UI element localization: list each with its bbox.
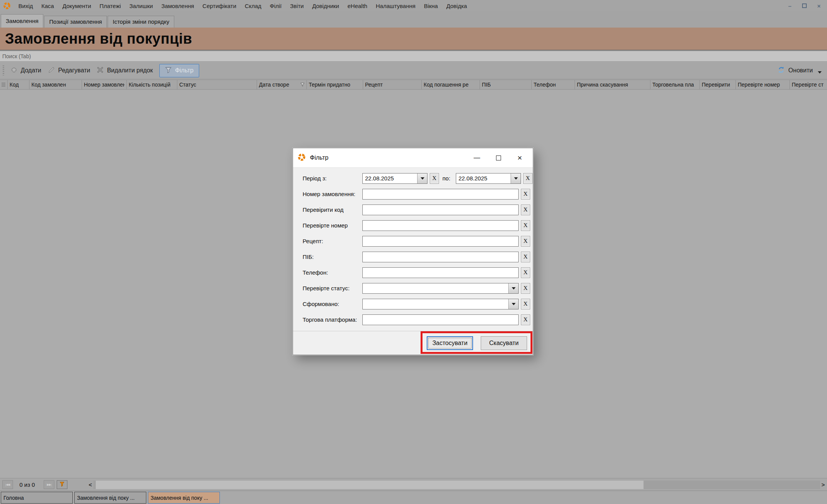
- clear-field-button[interactable]: X: [521, 314, 530, 325]
- dialog-minimize-button[interactable]: —: [466, 148, 488, 167]
- clear-field-button[interactable]: X: [430, 173, 439, 184]
- menu-item[interactable]: Каса: [37, 3, 58, 9]
- field-combo-input[interactable]: [362, 299, 519, 309]
- menu-item[interactable]: Залишки: [125, 3, 157, 9]
- clear-field-button[interactable]: X: [521, 220, 530, 231]
- taskbar-tab[interactable]: Головна: [1, 492, 73, 504]
- column-header[interactable]: Причина скасування: [575, 80, 650, 89]
- column-header[interactable]: Торговельна пла: [650, 80, 700, 89]
- field-input[interactable]: [362, 205, 519, 215]
- column-header[interactable]: Термін придатно: [307, 80, 363, 89]
- field-input[interactable]: [362, 220, 519, 231]
- menu-item[interactable]: Звіти: [286, 3, 308, 9]
- menu-item[interactable]: Довідники: [308, 3, 343, 9]
- dialog-close-button[interactable]: ×: [509, 148, 531, 167]
- add-button[interactable]: Додати: [7, 64, 45, 77]
- clear-field-button[interactable]: X: [521, 299, 530, 309]
- field-input[interactable]: [362, 314, 519, 325]
- menu-item[interactable]: Налаштування: [372, 3, 420, 9]
- first-record-button[interactable]: |◀◀: [2, 480, 13, 489]
- column-header[interactable]: Код: [8, 80, 29, 89]
- horizontal-scrollbar: < >: [87, 480, 826, 489]
- clear-field-button[interactable]: X: [521, 205, 530, 215]
- menu-item[interactable]: Платежі: [95, 3, 125, 9]
- column-header[interactable]: ПІБ: [480, 80, 532, 89]
- column-header[interactable]: Перевірте ст: [790, 80, 827, 89]
- column-header-label: Перевірити: [702, 82, 730, 88]
- column-header[interactable]: Рецепт: [363, 80, 422, 89]
- clear-field-button[interactable]: X: [521, 236, 530, 247]
- menu-item[interactable]: Довідка: [442, 3, 471, 9]
- record-navigator: |◀◀ 0 из 0 ▶▶| < >: [0, 478, 827, 491]
- cross-icon: [97, 67, 103, 75]
- column-filter-funnel-icon[interactable]: [300, 82, 305, 88]
- chevron-down-icon: [512, 303, 516, 305]
- field-input[interactable]: [362, 189, 519, 200]
- dropdown-arrow-button[interactable]: [508, 283, 518, 293]
- column-header-label: Телефон: [534, 82, 556, 88]
- edit-button[interactable]: Редагувати: [45, 64, 94, 77]
- taskbar-tab[interactable]: Замовлення від поку ...: [148, 492, 220, 504]
- menu-item[interactable]: Документи: [58, 3, 95, 9]
- column-header[interactable]: Статус: [177, 80, 257, 89]
- scroll-right-arrow[interactable]: >: [820, 481, 826, 488]
- clear-field-button[interactable]: X: [521, 189, 530, 200]
- dialog-title: Фільтр: [310, 154, 328, 161]
- last-record-button[interactable]: ▶▶|: [44, 480, 54, 489]
- field-input[interactable]: [362, 252, 519, 262]
- column-header[interactable]: Код погашення ре: [422, 80, 480, 89]
- filter-button[interactable]: Фільтр: [159, 64, 199, 77]
- navigator-filter-button[interactable]: [57, 480, 67, 489]
- menu-item[interactable]: Сертифікати: [198, 3, 241, 9]
- column-header[interactable]: Номер замовленн: [82, 80, 127, 89]
- field-input[interactable]: [362, 236, 519, 247]
- window-controls: – ×: [786, 2, 827, 9]
- menu-item[interactable]: Вихід: [14, 3, 37, 9]
- view-tab[interactable]: Історія зміни порядку: [108, 16, 174, 28]
- view-tab[interactable]: Позиції замовлення: [44, 16, 107, 28]
- chevron-down-icon: [512, 287, 516, 290]
- window-minimize-button[interactable]: –: [786, 2, 793, 9]
- period-to-dropdown-button[interactable]: [511, 173, 521, 183]
- column-header[interactable]: Перевірте номер: [736, 80, 790, 89]
- menu-item[interactable]: Філії: [265, 3, 286, 9]
- window-close-button[interactable]: ×: [816, 2, 822, 9]
- dropdown-arrow-button[interactable]: [508, 299, 518, 309]
- column-header[interactable]: Кількість позицій: [127, 80, 177, 89]
- scrollbar-thumb[interactable]: [96, 481, 644, 489]
- menu-item[interactable]: Склад: [241, 3, 265, 9]
- column-header[interactable]: Перевірити: [700, 80, 736, 89]
- view-tab[interactable]: Замовлення: [1, 14, 43, 28]
- clear-field-button[interactable]: X: [521, 267, 530, 278]
- chevron-down-icon[interactable]: [818, 71, 822, 74]
- scroll-left-arrow[interactable]: <: [87, 481, 93, 488]
- taskbar-tab[interactable]: Замовлення від поку ...: [74, 492, 146, 504]
- search-input[interactable]: [0, 51, 827, 62]
- menu-item[interactable]: Вікна: [420, 3, 442, 9]
- plus-icon: [11, 67, 17, 75]
- field-input[interactable]: [362, 267, 519, 278]
- cancel-button[interactable]: Скасувати: [481, 336, 527, 350]
- field-combo-input[interactable]: [362, 283, 519, 294]
- scrollbar-track[interactable]: [93, 481, 820, 489]
- delete-row-button[interactable]: Видалити рядок: [93, 64, 156, 77]
- dialog-footer: Застосувати Скасувати: [293, 331, 533, 355]
- toolbar: Додати Редагувати Видалити рядок Фільтр …: [0, 62, 827, 79]
- column-header[interactable]: Дата створе: [257, 80, 307, 89]
- grid-grip-icon: [2, 83, 5, 87]
- column-header[interactable]: Код замовлен: [29, 80, 82, 89]
- filter-field-row: ПІБ:X: [303, 251, 529, 262]
- apply-button[interactable]: Застосувати: [427, 336, 473, 350]
- clear-field-button[interactable]: X: [523, 173, 532, 184]
- clear-field-button[interactable]: X: [521, 252, 530, 262]
- period-from-dropdown-button[interactable]: [417, 173, 427, 183]
- dialog-maximize-button[interactable]: [488, 148, 509, 167]
- column-header[interactable]: Телефон: [532, 80, 575, 89]
- menu-item[interactable]: Замовлення: [157, 3, 198, 9]
- menu-item[interactable]: eHealth: [343, 3, 372, 9]
- refresh-button[interactable]: Оновити: [778, 66, 822, 75]
- page-title: Замовлення від покупців: [0, 28, 827, 51]
- clear-field-button[interactable]: X: [521, 283, 530, 294]
- column-header-label: Термін придатно: [309, 82, 350, 88]
- window-restore-button[interactable]: [801, 2, 808, 9]
